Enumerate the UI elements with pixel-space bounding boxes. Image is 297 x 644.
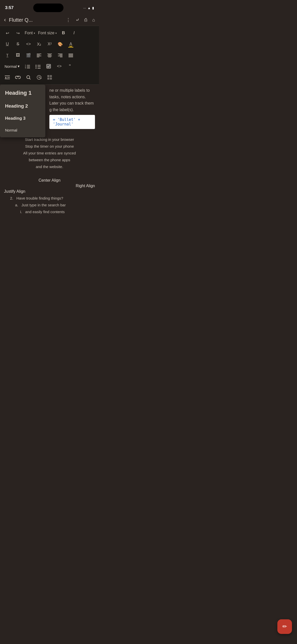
svg-line-34: [29, 78, 30, 79]
redo-button[interactable]: ↪: [13, 28, 23, 38]
list-item-2: a. Just type in the search bar: [4, 202, 95, 208]
justify-align-label: Justify Align: [4, 189, 95, 194]
centered-line-2: Stop the timer on your phone: [4, 143, 95, 150]
style-dropdown-arrow: ▾: [18, 64, 20, 69]
toolbar-row-3: T̲ 🖼 🎬: [3, 50, 96, 61]
ordered-list-button[interactable]: 1.2.3.: [23, 62, 32, 71]
home-button[interactable]: ⌂: [92, 17, 95, 23]
main-content-partial: ne or multiple labels to tasks, notes ac…: [45, 85, 99, 134]
battery-icon: ▮: [92, 6, 94, 10]
centered-content: Start tracking in your browser Stop the …: [4, 136, 95, 170]
svg-text:+: +: [41, 77, 42, 79]
align-left-button[interactable]: [34, 51, 44, 60]
style-option-heading1[interactable]: Heading 1: [0, 86, 45, 100]
back-button[interactable]: ‹: [4, 17, 6, 23]
search-button[interactable]: [24, 73, 33, 82]
more-options-button[interactable]: ⋮: [66, 17, 71, 23]
blockquote-button[interactable]: ": [65, 62, 75, 71]
print-button[interactable]: ⎙: [84, 17, 87, 23]
status-icons: ··· ▲ ▮: [83, 6, 94, 10]
clear-format-button[interactable]: T̲: [3, 51, 12, 60]
toolbar-row-4: Normal ▾ 1.2.3. <> ": [3, 61, 96, 72]
toolbar: ↩ ↪ Font ▾ Font size ▾ B I U S <> X₂ X² …: [0, 26, 99, 85]
nav-icons: ⋮ ⤶ ⎙ ⌂: [66, 17, 95, 23]
svg-rect-28: [47, 64, 51, 68]
center-align-label: Center Align: [4, 178, 95, 183]
font-arrow-icon: ▾: [34, 32, 35, 35]
highlight-button[interactable]: A: [66, 40, 76, 49]
undo-button[interactable]: ↩: [3, 28, 12, 38]
insert-clock-button[interactable]: +: [34, 73, 44, 82]
toolbar-row-2: U S <> X₂ X² 🎨 A: [3, 39, 96, 50]
content-below-dropdown: Start tracking in your browser Stop the …: [0, 134, 99, 218]
subscript-button[interactable]: X₂: [34, 40, 44, 49]
svg-rect-42: [50, 75, 52, 77]
superscript-button[interactable]: X²: [45, 40, 54, 49]
page-title: Flutter Q...: [9, 17, 63, 23]
insert-link-button[interactable]: [13, 73, 23, 82]
bold-button[interactable]: B: [59, 28, 68, 38]
insert-image-button[interactable]: 🖼: [13, 51, 23, 60]
svg-point-38: [39, 77, 40, 78]
status-bar: 3:57 ··· ▲ ▮: [0, 0, 99, 14]
style-option-heading3[interactable]: Heading 3: [0, 112, 45, 124]
align-right-button[interactable]: [55, 51, 65, 60]
underline-button[interactable]: U: [3, 40, 12, 49]
dynamic-island: [33, 4, 63, 12]
code-block-content: = 'Bullet' + 'Journal': [49, 115, 95, 129]
toolbar-row-1: ↩ ↪ Font ▾ Font size ▾ B I: [3, 27, 96, 39]
style-dropdown-label: Normal: [5, 64, 17, 69]
italic-button[interactable]: I: [69, 28, 79, 38]
svg-point-26: [36, 68, 37, 69]
svg-rect-41: [47, 75, 49, 77]
svg-rect-44: [50, 78, 52, 80]
strikethrough-button[interactable]: S: [13, 40, 23, 49]
content-area: Heading 1 Heading 2 Heading 3 Normal ne …: [0, 85, 99, 134]
svg-marker-30: [5, 77, 7, 78]
wifi-icon: ▲: [87, 6, 91, 10]
status-time: 3:57: [5, 5, 14, 10]
style-dropdown-menu: Heading 1 Heading 2 Heading 3 Normal: [0, 85, 45, 137]
insert-video-button[interactable]: 🎬: [24, 51, 33, 60]
checkbox-button[interactable]: [44, 62, 53, 71]
signal-icon: ···: [83, 6, 86, 10]
code-block-button[interactable]: <>: [54, 62, 64, 71]
list-item-1: 2. Have trouble finding things?: [4, 195, 95, 202]
top-nav: ‹ Flutter Q... ⋮ ⤶ ⎙ ⌂: [0, 14, 99, 26]
font-size-label: Font size: [38, 31, 54, 35]
insert-table-button[interactable]: [45, 73, 54, 82]
font-dropdown-button[interactable]: Font ▾: [24, 28, 36, 38]
font-label: Font: [25, 31, 33, 35]
toolbar-row-5: +: [3, 72, 96, 83]
list-item-3: i. and easily find contents: [4, 208, 95, 215]
style-option-normal[interactable]: Normal: [0, 124, 45, 136]
centered-line-3: All your time entries are synced: [4, 150, 95, 156]
font-size-arrow-icon: ▾: [55, 32, 57, 35]
centered-line-4: between the phone apps: [4, 156, 95, 163]
inline-code-button[interactable]: <>: [24, 40, 33, 49]
svg-rect-43: [47, 78, 49, 80]
svg-text:3.: 3.: [25, 67, 26, 69]
font-size-dropdown-button[interactable]: Font size ▾: [37, 28, 58, 38]
align-center-button[interactable]: [45, 51, 54, 60]
share-button[interactable]: ⤶: [76, 17, 79, 23]
svg-point-24: [36, 66, 37, 67]
text-color-button[interactable]: 🎨: [55, 40, 65, 49]
svg-point-22: [36, 65, 37, 66]
align-justify-button[interactable]: [66, 51, 76, 60]
bullet-list-button[interactable]: [33, 62, 43, 71]
centered-line-5: and the website.: [4, 163, 95, 170]
indent-button[interactable]: [3, 73, 12, 82]
right-align-label: Right Align: [4, 184, 95, 188]
style-dropdown-button[interactable]: Normal ▾: [3, 63, 22, 70]
partial-text: ne or multiple labels to tasks, notes ac…: [49, 87, 95, 113]
style-option-heading2[interactable]: Heading 2: [0, 100, 45, 112]
